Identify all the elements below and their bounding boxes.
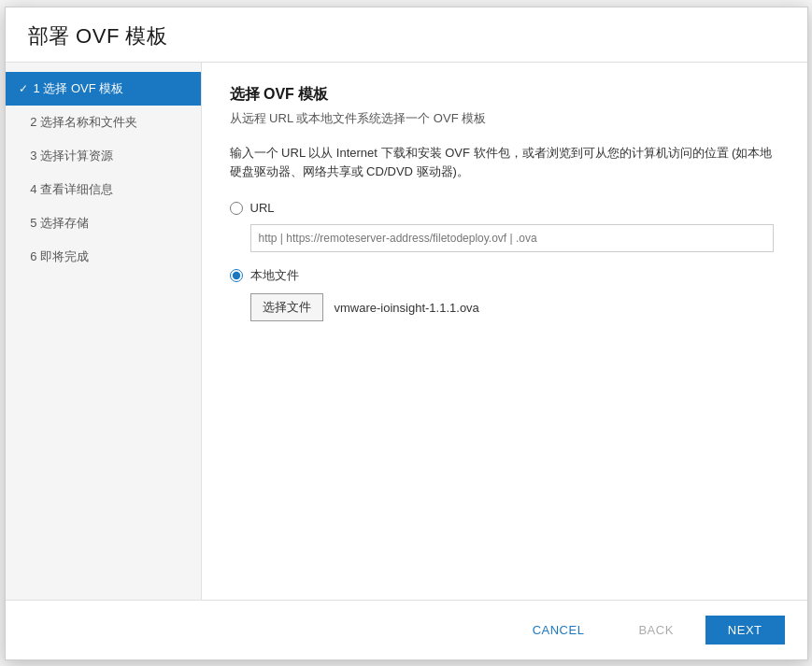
url-radio-row: URL <box>230 201 779 215</box>
url-radio-label[interactable]: URL <box>250 201 275 215</box>
selected-file-name: vmware-ioinsight-1.1.1.ova <box>335 301 479 315</box>
sidebar-item-step2[interactable]: 2 选择名称和文件夹 <box>6 106 201 139</box>
local-file-radio-label[interactable]: 本地文件 <box>250 267 299 284</box>
url-radio[interactable] <box>230 202 243 215</box>
check-icon: ✓ <box>19 82 28 95</box>
cancel-button[interactable]: CANCEL <box>510 616 607 645</box>
deploy-ovf-dialog: 部署 OVF 模板 ✓ 1 选择 OVF 模板 2 选择名称和文件夹 3 选择计… <box>5 7 808 660</box>
sidebar-item-step6[interactable]: 6 即将完成 <box>6 240 201 274</box>
sidebar-item-label-step4: 4 查看详细信息 <box>30 181 113 198</box>
dialog-header: 部署 OVF 模板 <box>6 7 807 63</box>
sidebar-item-label-step5: 5 选择存储 <box>30 215 89 232</box>
sidebar-item-step3[interactable]: 3 选择计算资源 <box>6 139 201 173</box>
dialog-title: 部署 OVF 模板 <box>28 22 785 50</box>
sidebar-item-label-step6: 6 即将完成 <box>30 248 89 265</box>
sidebar-item-step1[interactable]: ✓ 1 选择 OVF 模板 <box>6 72 201 106</box>
next-button[interactable]: NEXT <box>705 616 785 645</box>
url-input[interactable] <box>250 224 774 252</box>
local-file-row: 选择文件 vmware-ioinsight-1.1.1.ova <box>250 293 779 321</box>
dialog-footer: CANCEL BACK NEXT <box>6 600 807 659</box>
check-icon-5 <box>19 217 25 230</box>
sidebar: ✓ 1 选择 OVF 模板 2 选择名称和文件夹 3 选择计算资源 4 查看详细… <box>6 63 202 600</box>
sidebar-item-step5[interactable]: 5 选择存储 <box>6 206 201 240</box>
local-file-radio[interactable] <box>230 269 243 282</box>
url-input-wrapper <box>250 224 779 252</box>
local-file-radio-row: 本地文件 <box>230 267 779 284</box>
main-content: 选择 OVF 模板 从远程 URL 或本地文件系统选择一个 OVF 模板 输入一… <box>202 63 807 600</box>
check-icon-2 <box>19 116 25 129</box>
back-button[interactable]: BACK <box>616 616 695 645</box>
sidebar-item-step4[interactable]: 4 查看详细信息 <box>6 173 201 206</box>
sidebar-item-label-step1: 1 选择 OVF 模板 <box>34 80 124 97</box>
choose-file-button[interactable]: 选择文件 <box>250 293 323 321</box>
step-subtitle: 从远程 URL 或本地文件系统选择一个 OVF 模板 <box>230 110 779 127</box>
check-icon-4 <box>19 183 25 196</box>
sidebar-item-label-step2: 2 选择名称和文件夹 <box>30 114 137 131</box>
check-icon-3 <box>19 149 25 163</box>
sidebar-item-label-step3: 3 选择计算资源 <box>30 148 113 164</box>
check-icon-6 <box>19 250 25 263</box>
step-title: 选择 OVF 模板 <box>230 85 779 105</box>
dialog-body: ✓ 1 选择 OVF 模板 2 选择名称和文件夹 3 选择计算资源 4 查看详细… <box>6 63 807 600</box>
step-description: 输入一个 URL 以从 Internet 下载和安装 OVF 软件包，或者浏览到… <box>230 144 779 183</box>
radio-group: URL 本地文件 选择文件 vmware-ioinsight-1.1.1.ova <box>230 201 779 321</box>
